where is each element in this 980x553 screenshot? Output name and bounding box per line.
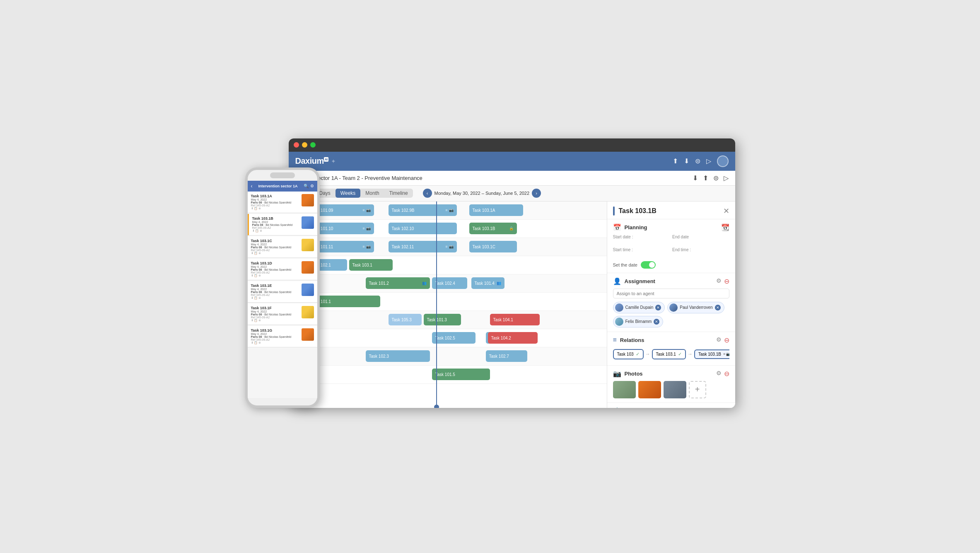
phone-task-item[interactable]: Task 103.1E May 4, 2022 Paris 08 · Bd Ni… xyxy=(248,281,317,303)
gantt-container: Task 101.09≡📷Task 102.9B≡📷Task 103.1ATas… xyxy=(308,201,607,408)
task-ref: Ref 345-09-A2 xyxy=(251,204,299,207)
start-time-field: Start time : xyxy=(613,247,670,258)
relation-node[interactable]: Task 103.1B≡📷 xyxy=(694,349,729,359)
task-label: Task 101.5 xyxy=(435,372,455,377)
calendar-icon: 📅 xyxy=(613,223,621,231)
task-name: Task 103.1F xyxy=(251,306,299,310)
tab-month[interactable]: Month xyxy=(360,189,384,198)
task-ref: Ref 345-09-A2 xyxy=(251,338,299,341)
relations-actions: ⚙ ⊖ xyxy=(716,336,729,344)
task-bar[interactable]: Task 104.2 xyxy=(488,332,538,344)
content-area: ⊞ 🕐 Sector 1A - Team 2 - Preventive Main… xyxy=(289,171,735,408)
task-bar[interactable]: Task 103.1B🔒 xyxy=(469,223,517,234)
search-icon[interactable]: 🔍 xyxy=(304,184,309,188)
minimize-button[interactable] xyxy=(302,142,307,148)
task-bar[interactable]: Task 102.4 xyxy=(432,277,467,289)
remove-assignee-button[interactable]: ✕ xyxy=(655,305,661,310)
user-avatar[interactable] xyxy=(717,155,729,167)
task-label: Task 102.4 xyxy=(435,281,455,286)
task-bar[interactable]: Task 102.7 xyxy=(486,350,527,362)
assignment-settings-icon[interactable]: ⚙ xyxy=(716,277,722,285)
phone-header-title: Intervention sector 1A xyxy=(253,184,304,188)
task-bar[interactable]: Task 102.11≡📷 xyxy=(389,241,457,252)
task-bar[interactable]: Task 101.2👥 xyxy=(366,277,430,289)
import-icon[interactable]: ⬆ xyxy=(673,157,678,165)
set-date-toggle[interactable] xyxy=(641,261,656,269)
next-date-button[interactable]: › xyxy=(532,189,541,198)
close-panel-button[interactable]: ✕ xyxy=(723,206,729,216)
relations-settings-icon[interactable]: ⚙ xyxy=(716,336,722,344)
assign-input[interactable] xyxy=(613,289,729,298)
task-icons: ⬇ 📋 ⊗ xyxy=(252,229,299,233)
task-bar[interactable]: Task 103.1 xyxy=(349,259,393,271)
mobile-phone: ‹ Intervention sector 1A 🔍 ⚙ Task 103.1A… xyxy=(245,167,320,408)
assignee-chip: Camille Dupain ✕ xyxy=(613,302,665,313)
photo-1[interactable] xyxy=(613,381,636,398)
task-date: May 4, 2022 xyxy=(251,243,299,246)
planning-title: Planning xyxy=(625,224,718,230)
gantt-row: Task 102.1Task 103.1 xyxy=(308,256,607,274)
assignment-remove-icon[interactable]: ⊖ xyxy=(724,277,729,285)
task-bar[interactable]: Task 102.5 xyxy=(432,332,476,344)
scene: ‹ Intervention sector 1A 🔍 ⚙ Task 103.1A… xyxy=(245,138,735,415)
phone-task-item[interactable]: Task 103.1G May 4, 2022 Paris 08 · Bd Ni… xyxy=(248,326,317,347)
task-date: May 4, 2022 xyxy=(251,198,299,201)
task-bar[interactable]: Task 102.9B≡📷 xyxy=(389,204,457,216)
assignee-avatar xyxy=(615,303,623,312)
reports-remove-icon[interactable]: ⊖ xyxy=(724,407,729,408)
download-icon[interactable]: ⬇ xyxy=(693,174,698,182)
photo-2[interactable] xyxy=(638,381,661,398)
reports-settings-icon[interactable]: ⚙ xyxy=(716,407,722,408)
gantt-row: Task 105.3Task 101.3Task 104.1 xyxy=(308,311,607,329)
task-bar[interactable]: Task 102.10 xyxy=(389,223,457,234)
maximize-button[interactable] xyxy=(310,142,316,148)
assignee-avatar xyxy=(615,318,623,326)
task-label: Task 101.3 xyxy=(427,318,447,322)
task-bar[interactable]: Task 101.3 xyxy=(424,314,461,325)
add-photo-button[interactable]: + xyxy=(689,381,706,398)
main-content: Sector 1A - Team 2 - Preventive Maintena… xyxy=(308,171,735,408)
remove-assignee-button[interactable]: ✕ xyxy=(715,305,721,310)
photos-section-header: 📷 Photos ⚙ ⊖ xyxy=(613,370,729,378)
phone-task-item[interactable]: Task 103.1C May 4, 2022 Paris 08 · Bd Ni… xyxy=(248,236,317,258)
photo-3[interactable] xyxy=(664,381,686,398)
tab-timeline[interactable]: Timeline xyxy=(384,189,413,198)
task-bar[interactable]: Task 102.3 xyxy=(366,350,430,362)
upload-icon[interactable]: ⬆ xyxy=(703,174,708,182)
tab-weeks[interactable]: Weeks xyxy=(336,189,360,198)
task-bar[interactable]: Task 103.1C xyxy=(469,241,517,252)
filter-icon[interactable]: ⊜ xyxy=(695,157,700,165)
relations-remove-icon[interactable]: ⊖ xyxy=(724,336,729,344)
task-bar[interactable]: Task 103.1A xyxy=(469,204,523,216)
gantt-row: Task 101.10≡📷Task 102.10Task 103.1B🔒 xyxy=(308,220,607,238)
task-ref: Ref 345-09-A2 xyxy=(251,293,299,296)
phone-task-item[interactable]: Task 103.1F May 4, 2022 Paris 08 · Bd Ni… xyxy=(248,303,317,325)
photos-remove-icon[interactable]: ⊖ xyxy=(724,370,729,378)
photos-settings-icon[interactable]: ⚙ xyxy=(716,370,722,378)
end-date-field: End date xyxy=(672,235,729,245)
task-bar[interactable]: Task 105.3 xyxy=(389,314,422,325)
task-label: Task 102.3 xyxy=(369,354,389,359)
phone-task-item[interactable]: Task 103.1A May 4, 2022 Paris 08 · Bd Ni… xyxy=(248,192,317,213)
relation-node[interactable]: Task 103.1✓ xyxy=(652,349,686,359)
settings-icon[interactable]: ⚙ xyxy=(310,184,314,188)
relation-node[interactable]: Task 103✓ xyxy=(613,349,644,359)
phone-task-item[interactable]: Task 103.1B May 4, 2022 Paris 08 · Bd Ni… xyxy=(248,214,317,235)
phone-task-item[interactable]: Task 103.1D May 4, 2022 Paris 08 · Bd Ni… xyxy=(248,259,317,280)
print-icon[interactable]: ⊜ xyxy=(713,174,719,182)
export-icon[interactable]: ⬇ xyxy=(684,157,689,165)
play-icon[interactable]: ▷ xyxy=(724,174,729,182)
remove-assignee-button[interactable]: ✕ xyxy=(654,319,659,325)
task-bar[interactable]: Task 101.4👥 xyxy=(471,277,504,289)
task-image xyxy=(302,194,314,206)
task-bar[interactable]: Task 101.5 xyxy=(432,369,490,380)
task-bar[interactable]: Task 104.1 xyxy=(490,314,540,325)
calendar-picker-button[interactable]: 📆 xyxy=(721,223,729,231)
start-date-field: Start date : xyxy=(613,235,670,245)
phone-header: ‹ Intervention sector 1A 🔍 ⚙ xyxy=(248,181,317,192)
header-right: ⬆ ⬇ ⊜ ▷ xyxy=(673,155,729,167)
send-icon[interactable]: ▷ xyxy=(706,157,711,165)
prev-date-button[interactable]: ‹ xyxy=(423,189,432,198)
close-button[interactable] xyxy=(294,142,299,148)
task-info: Task 103.1B May 4, 2022 Paris 08 · Bd Ni… xyxy=(252,216,299,233)
